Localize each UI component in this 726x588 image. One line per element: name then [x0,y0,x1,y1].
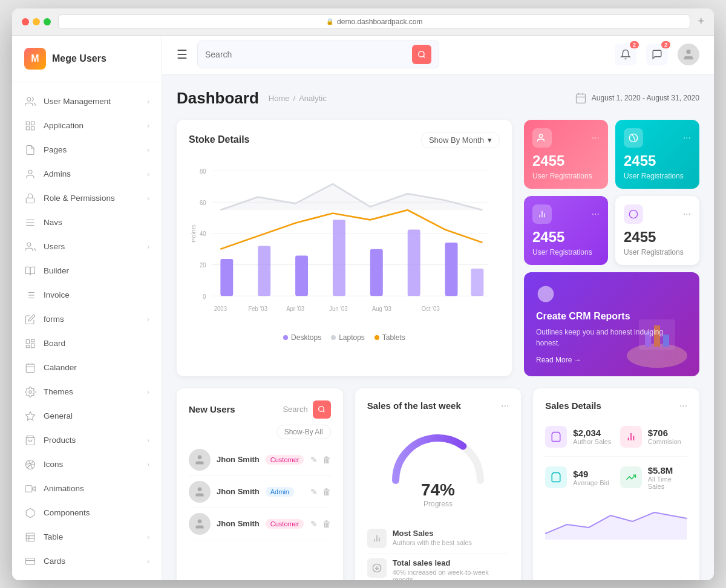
user-info-2: Jhon Smith [217,487,260,496]
sidebar-item-table[interactable]: Table › [12,525,162,549]
invoice-icon [24,289,36,301]
sidebar-item-components[interactable]: Components [12,501,162,525]
edit-icon[interactable]: ✎ [310,455,318,465]
delete-icon[interactable]: 🗑 [322,487,331,497]
svg-rect-67 [295,255,308,296]
sidebar-item-admins[interactable]: Admins › [12,162,162,186]
svg-line-92 [323,411,324,412]
sidebar-item-builder[interactable]: Builder [12,259,162,283]
svg-rect-18 [31,339,34,342]
menu-toggle-button[interactable]: ☰ [177,47,188,62]
arrow-icon: › [147,194,149,203]
sidebar-item-general[interactable]: General [12,404,162,428]
divider [545,456,687,457]
user-role-2: Admin [266,487,294,497]
chart-area: 80 60 40 20 0 Points [189,158,500,327]
sidebar-item-charts[interactable]: Charts › [12,573,162,580]
arrow-icon: › [147,122,149,130]
svg-rect-17 [26,339,29,344]
svg-point-49 [686,50,690,54]
svg-rect-4 [31,126,34,129]
icons-icon [24,459,36,471]
delete-icon[interactable]: 🗑 [322,519,331,529]
new-users-search-button[interactable] [313,400,331,419]
maximize-dot[interactable] [44,18,51,25]
legend-laptops: Laptops [331,333,365,342]
stat-number-white: 2455 [624,229,691,246]
stat-icon-purple [532,204,552,224]
sales-details-more[interactable]: ··· [679,400,687,411]
breadcrumb-current: Analytic [299,94,327,103]
browser-bar: demo.dashboardpack.com + [12,8,714,36]
user-avatar[interactable] [678,44,699,65]
table-row: Jhon Smith Customer ✎ 🗑 [189,444,331,476]
stat-label-purple: User Registrations [532,248,600,256]
crm-desc: Outlines keep you and honest indulging h… [536,327,687,348]
sidebar-item-role-permissions[interactable]: Role & Permissions › [12,186,162,211]
sidebar-item-pages[interactable]: Pages › [12,138,162,162]
sidebar-item-animations[interactable]: Animations [12,477,162,501]
stat-card-purple: ··· 2455 User Registrations [524,196,608,265]
sales-week-card: Sales of the last week ··· [355,388,522,580]
notification-button[interactable]: 2 [615,44,636,65]
sidebar-item-forms[interactable]: forms › [12,307,162,332]
commission-info: $706 Commision [648,428,681,445]
edit-icon[interactable]: ✎ [310,519,318,529]
stat-more-white[interactable]: ··· [683,209,691,220]
users-icon [24,241,36,253]
edit-icon[interactable]: ✎ [310,487,318,497]
sidebar-item-users[interactable]: Users › [12,235,162,259]
cards-icon [24,555,36,567]
search-button[interactable] [412,45,431,64]
sidebar-item-calander[interactable]: Calander [12,356,162,380]
chart-card: Stoke Details Show By Month ▾ [177,120,512,376]
sidebar-item-products[interactable]: Products › [12,428,162,452]
sales-week-more[interactable]: ··· [501,400,509,411]
sidebar-item-themes[interactable]: Themes › [12,380,162,404]
stat-more-cyan[interactable]: ··· [683,132,691,143]
user-avatar-2 [189,481,211,503]
user-info-3: Jhon Smith [217,519,260,528]
delete-icon[interactable]: 🗑 [322,455,331,465]
sidebar-item-application[interactable]: Application › [12,114,162,138]
products-icon [24,434,36,446]
sidebar-item-cards[interactable]: Cards › [12,549,162,573]
svg-text:Jun '03: Jun '03 [329,305,348,312]
stat-more-pink[interactable]: ··· [592,132,600,143]
crm-content: Create CRM Reports Outlines keep you and… [536,284,687,364]
role-icon [24,192,36,204]
url-bar[interactable]: demo.dashboardpack.com [58,15,690,29]
sidebar-item-invoice[interactable]: Invoice [12,283,162,307]
sidebar-item-user-management[interactable]: User Management › [12,90,162,114]
message-button[interactable]: 2 [646,44,668,65]
close-dot[interactable] [22,18,29,25]
crm-icon [536,284,555,304]
chart-filter-button[interactable]: Show By Month ▾ [421,132,500,148]
svg-point-80 [629,134,637,142]
show-by-all-button[interactable]: Show-By All [276,425,331,439]
stat-more-purple[interactable]: ··· [592,209,600,220]
sidebar-item-icons[interactable]: Icons › [12,452,162,477]
search-input[interactable] [205,50,407,59]
minimize-dot[interactable] [33,18,40,25]
sidebar-item-navs[interactable]: Navs [12,211,162,235]
mini-chart [545,503,687,540]
logo-text: Mege Users [52,53,106,64]
message-badge: 2 [661,41,670,48]
sidebar-item-board[interactable]: Board [12,332,162,356]
svg-text:Apr '03: Apr '03 [286,305,304,312]
calendar-icon [575,92,587,104]
new-tab-button[interactable]: + [698,15,704,28]
stat-card-header: ··· [624,128,691,148]
stat-card-pink: ··· 2455 User Registrations [524,120,608,189]
svg-point-91 [319,407,324,412]
sales-details-card: Sales Details ··· $2,034 Author Sales [533,388,699,580]
list-item: Total sales lead 40% increased on week-t… [367,554,509,580]
svg-rect-31 [26,533,34,541]
most-sales-info: Most Sales Authors with the best sales [393,529,472,546]
svg-marker-26 [26,411,35,420]
total-sales-info: Total sales lead 40% increased on week-t… [393,558,509,580]
crm-read-more-link[interactable]: Read More → [536,356,687,364]
breadcrumb-home[interactable]: Home [269,94,290,103]
total-sales-icon [367,558,387,578]
